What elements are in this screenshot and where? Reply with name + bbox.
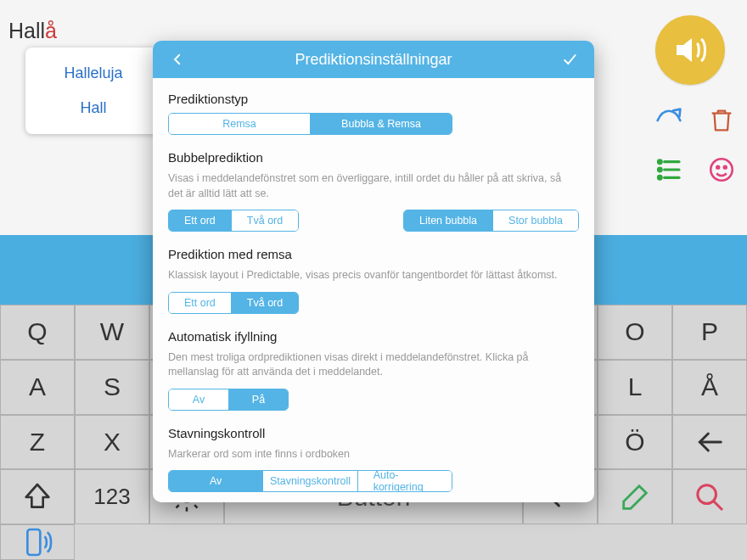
opt-two-words[interactable]: Två ord <box>231 210 298 231</box>
section-spellcheck: Stavningskontroll Markerar ord som inte … <box>168 426 579 493</box>
chevron-left-icon <box>170 52 185 67</box>
section-desc: Markerar ord som inte finns i ordboken <box>168 447 579 462</box>
confirm-button[interactable] <box>557 51 582 68</box>
section-desc: Den mest troliga ordprediktionen visas d… <box>168 350 579 380</box>
segmented-spellcheck: Av Stavningskontroll Auto-korrigering <box>168 470 452 492</box>
section-autofill: Automatisk ifyllning Den mest troliga or… <box>168 329 579 411</box>
section-prediction-type: Prediktionstyp Remsa Bubbla & Remsa <box>168 92 579 135</box>
opt-one-word[interactable]: Ett ord <box>169 293 231 313</box>
segmented-bubble-words: Ett ord Två ord <box>168 210 299 232</box>
opt-off[interactable]: Av <box>169 389 228 410</box>
section-title: Stavningskontroll <box>168 426 579 440</box>
back-button[interactable] <box>165 52 190 67</box>
modal-body: Prediktionstyp Remsa Bubbla & Remsa Bubb… <box>153 78 594 502</box>
modal-header: Prediktionsinställningar <box>153 41 594 78</box>
opt-remsa[interactable]: Remsa <box>169 114 310 134</box>
modal-overlay: Prediktionsinställningar Prediktionstyp … <box>0 0 747 560</box>
section-title: Prediktionstyp <box>168 92 579 106</box>
section-title: Bubbelprediktion <box>168 150 579 165</box>
section-strip: Prediktion med remsa Klassisk layout i P… <box>168 247 579 314</box>
segmented-bubble-size: Liten bubbla Stor bubbla <box>403 210 579 232</box>
opt-large-bubble[interactable]: Stor bubbla <box>492 210 578 231</box>
opt-autocorrect[interactable]: Auto-korrigering <box>357 471 452 491</box>
opt-bubbla-remsa[interactable]: Bubbla & Remsa <box>310 114 452 134</box>
settings-modal: Prediktionsinställningar Prediktionstyp … <box>153 41 594 502</box>
opt-off[interactable]: Av <box>169 471 262 491</box>
section-title: Automatisk ifyllning <box>168 329 579 344</box>
segmented-prediction-type: Remsa Bubbla & Remsa <box>168 113 452 135</box>
opt-spellcheck[interactable]: Stavningskontroll <box>262 471 357 491</box>
section-title: Prediktion med remsa <box>168 247 579 261</box>
opt-small-bubble[interactable]: Liten bubbla <box>404 210 492 231</box>
opt-one-word[interactable]: Ett ord <box>169 210 231 231</box>
segmented-strip-words: Ett ord Två ord <box>168 292 299 314</box>
section-desc: Visas i meddelandefönstret som en överli… <box>168 171 579 201</box>
check-icon <box>561 51 578 68</box>
opt-two-words[interactable]: Två ord <box>231 293 298 313</box>
section-desc: Klassisk layout i Predictable, visas pre… <box>168 268 579 283</box>
opt-on[interactable]: På <box>228 389 288 410</box>
modal-title: Prediktionsinställningar <box>190 51 557 69</box>
segmented-autofill: Av På <box>168 389 289 411</box>
section-bubble: Bubbelprediktion Visas i meddelandefönst… <box>168 150 579 232</box>
